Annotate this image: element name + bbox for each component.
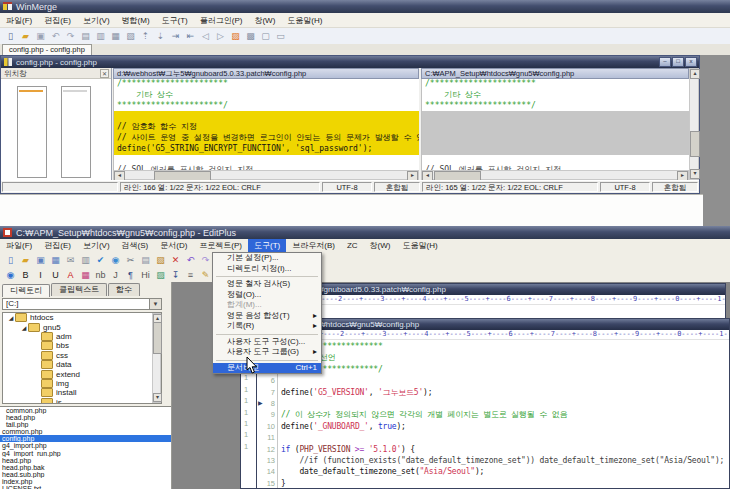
copy-icon[interactable]: ▤ (139, 254, 152, 266)
paragraph-icon[interactable]: ¶ (124, 269, 137, 281)
undo-icon[interactable]: ↶ (49, 30, 62, 42)
drive-dropdown-arrow-icon[interactable]: ▼ (149, 299, 161, 309)
minimize-button[interactable]: – (659, 57, 671, 67)
hr-icon[interactable]: ≡ (184, 269, 197, 281)
location-map-right[interactable] (61, 86, 91, 178)
spell-icon[interactable]: ✔ (94, 254, 107, 266)
copy-left-icon[interactable]: ⇤ (184, 30, 197, 42)
redo-icon[interactable]: ↷ (199, 254, 212, 266)
file-item[interactable]: index.php (0, 478, 171, 485)
menubar-item[interactable]: 보기(V) (77, 14, 116, 27)
location-map-left[interactable] (17, 86, 47, 178)
tree-item[interactable]: js (3, 398, 161, 404)
menubar-item[interactable]: 병합(M) (116, 14, 156, 27)
new-file-icon[interactable]: ▯ (4, 30, 17, 42)
tree-item[interactable]: install (3, 388, 161, 397)
save-icon[interactable]: ▣ (34, 254, 47, 266)
tree-item[interactable]: extend (3, 369, 161, 378)
file-item[interactable]: g4_import_run.php (0, 450, 171, 457)
location-pane-close-icon[interactable]: ✕ (100, 69, 109, 78)
menubar-item[interactable]: 창(W) (364, 239, 397, 252)
winmerge-file-tab[interactable]: config.php - config.php (2, 44, 92, 55)
right-hscrollbar[interactable]: ◂ ▸ (421, 170, 689, 180)
sidebar-tab-함수[interactable]: 함수 (108, 283, 140, 296)
tools-menu-item[interactable]: 합계(M)... (213, 300, 321, 311)
copy-right-icon[interactable]: ⇥ (169, 30, 182, 42)
menubar-item[interactable]: 파일(F) (0, 14, 38, 27)
right-diff-pane[interactable]: /********************** 기타 상수***********… (421, 79, 689, 170)
file-item[interactable]: common.php (0, 428, 171, 435)
tools-menu-item[interactable]: 사용자 도구 그룹(G)▸ (213, 347, 321, 358)
left-hscrollbar[interactable]: ◂ ▸ (113, 170, 419, 180)
print-icon[interactable]: ▥ (79, 254, 92, 266)
menubar-item[interactable]: 브라우저(B) (286, 239, 341, 252)
menubar-item[interactable]: ZC (341, 240, 364, 251)
tree-item[interactable]: data (3, 360, 161, 369)
paste-icon[interactable]: ▧ (154, 254, 167, 266)
menubar-item[interactable]: 문서(D) (154, 239, 193, 252)
save-all-icon[interactable]: ▦ (49, 254, 62, 266)
menubar-item[interactable]: 도구(T) (248, 239, 286, 252)
tree-item[interactable]: adm (3, 332, 161, 341)
swap-icon[interactable]: ▢ (259, 30, 272, 42)
file-item[interactable]: config.php (0, 435, 171, 442)
underline-icon[interactable]: U (49, 269, 62, 281)
tree-vscrollbar[interactable]: ▴ ▾ (152, 313, 161, 403)
file-item[interactable]: _tail.php (0, 421, 171, 428)
sidebar-tab-디렉토리[interactable]: 디렉토리 (2, 284, 50, 297)
scroll-down-arrow-icon[interactable]: ▾ (690, 169, 700, 179)
palette-icon[interactable]: ▦ (79, 269, 92, 281)
vscroll-thumb[interactable] (690, 131, 700, 157)
tools-menu-item[interactable]: 사용자 도구 구성(C)... (213, 337, 321, 348)
scroll-up-arrow-icon[interactable]: ▴ (690, 69, 700, 79)
cut-icon[interactable]: ✂ (124, 254, 137, 266)
menubar-item[interactable]: 도움말(H) (281, 14, 328, 27)
menubar-item[interactable]: 편집(E) (38, 14, 77, 27)
diff-view-icon[interactable]: ▥ (94, 30, 107, 42)
menubar-item[interactable]: 창(W) (248, 14, 281, 27)
script-icon[interactable]: J (109, 269, 122, 281)
left-file-path[interactable]: d:₩webhost₩그누5₩gnuboard5.0.33.patch₩conf… (113, 68, 419, 79)
file-item[interactable]: head.php (0, 457, 171, 464)
menubar-item[interactable]: 검색(S) (116, 239, 155, 252)
tree-item[interactable]: img (3, 379, 161, 388)
menubar-item[interactable]: 도구(T) (156, 14, 194, 27)
tree-vscroll-thumb[interactable] (153, 322, 162, 354)
sidebar-tab-클립텍스트[interactable]: 클립텍스트 (51, 283, 107, 296)
nbsp-icon[interactable]: nb (94, 269, 107, 281)
diff-context-icon[interactable]: ▦ (109, 30, 122, 42)
new-file-icon[interactable]: ▯ (4, 254, 17, 266)
heading-icon[interactable]: Hi (139, 269, 152, 281)
tools-menu-item[interactable]: 영문 음성 합성(T)▸ (213, 311, 321, 322)
pencil-icon[interactable]: ✎ (199, 269, 212, 281)
refresh-icon[interactable]: ▩ (244, 30, 257, 42)
tree-item[interactable]: ◢htdocs (3, 313, 161, 322)
menubar-item[interactable]: 보기(V) (77, 239, 116, 252)
drive-selector[interactable]: [C:] ▼ (2, 298, 162, 310)
tools-menu-item[interactable]: 정렬(O)... (213, 290, 321, 301)
open-folder-icon[interactable]: ▰ (19, 30, 32, 42)
tree-item[interactable]: bbs (3, 341, 161, 350)
tools-menu-item[interactable]: 디렉토리 지정(I)... (213, 264, 321, 275)
menubar-item[interactable]: 도움말(H) (396, 239, 443, 252)
maximize-button[interactable]: □ (672, 57, 684, 67)
left-diff-pane[interactable]: /********************** 기타 상수***********… (113, 79, 419, 170)
menubar-item[interactable]: 프로젝트(P) (193, 239, 248, 252)
prev-diff-icon[interactable]: ⇡ (139, 30, 152, 42)
menubar-item[interactable]: 플러그인(P) (194, 14, 249, 27)
compare-window-titlebar[interactable]: config.php - config.php – □ x (1, 56, 699, 68)
menubar-item[interactable]: 편집(E) (38, 239, 77, 252)
file-item[interactable]: g4_import.php (0, 442, 171, 449)
highlight-icon[interactable]: ▨ (229, 30, 242, 42)
file-item[interactable]: _common.php (0, 407, 171, 414)
editplus-titlebar[interactable]: C:₩APM_Setup₩htdocs₩gnu5₩config.php - Ed… (0, 226, 730, 239)
diff-minimal-icon[interactable]: ▧ (124, 30, 137, 42)
document-config-titlebar[interactable]: C:₩APM_Setup₩htdocs₩gnu5₩config.php (257, 319, 729, 330)
tools-menu-item[interactable]: 기본 설정(P)... (213, 253, 321, 264)
tools-menu-item[interactable]: 기록(R)▸ (213, 321, 321, 332)
bold-icon[interactable]: B (19, 269, 32, 281)
right-vscrollbar[interactable]: ▴ ▾ (689, 68, 699, 180)
tools-menu-item[interactable]: 문서비교Ctrl+1 (213, 363, 321, 374)
scroll-down-arrow-icon[interactable]: ▾ (153, 393, 162, 402)
delete-icon[interactable]: ✕ (169, 254, 182, 266)
